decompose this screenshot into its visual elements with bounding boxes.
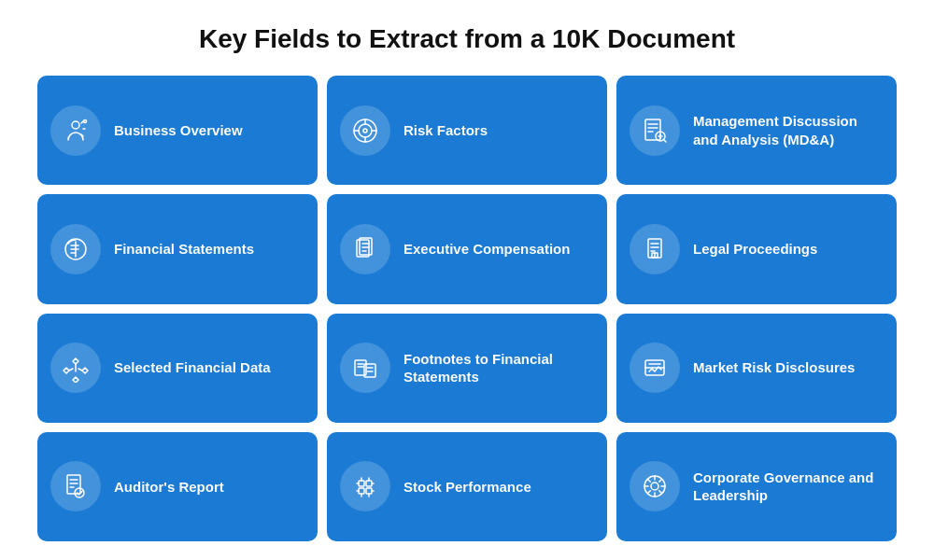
financial-statements-icon xyxy=(50,224,101,274)
selected-financial-data-icon xyxy=(50,343,101,393)
svg-rect-46 xyxy=(359,488,364,494)
svg-rect-9 xyxy=(645,119,660,140)
corporate-governance-icon xyxy=(630,461,680,511)
auditors-report-icon xyxy=(50,461,101,511)
svg-point-1 xyxy=(84,119,87,122)
svg-rect-45 xyxy=(366,481,372,486)
card-corporate-governance[interactable]: Corporate Governance and Leadership xyxy=(616,432,897,541)
svg-rect-47 xyxy=(366,488,372,494)
corporate-governance-label: Corporate Governance and Leadership xyxy=(693,469,884,505)
svg-point-4 xyxy=(363,129,367,133)
card-business-overview[interactable]: Business Overview xyxy=(37,76,318,185)
card-selected-financial-data[interactable]: Selected Financial Data xyxy=(37,314,318,423)
svg-line-28 xyxy=(69,369,73,371)
legal-proceedings-label: Legal Proceedings xyxy=(693,240,817,259)
card-footnotes[interactable]: Footnotes to Financial Statements xyxy=(327,314,607,423)
cards-grid: Business Overview Risk Factors xyxy=(37,76,897,541)
card-risk-factors[interactable]: Risk Factors xyxy=(327,76,607,185)
legal-proceedings-icon xyxy=(630,224,680,274)
page-title: Key Fields to Extract from a 10K Documen… xyxy=(199,22,735,55)
svg-point-0 xyxy=(72,121,79,129)
risk-factors-label: Risk Factors xyxy=(403,121,488,140)
footnotes-label: Footnotes to Financial Statements xyxy=(403,350,594,386)
risk-factors-icon xyxy=(340,105,390,156)
card-executive-compensation[interactable]: Executive Compensation xyxy=(327,194,607,303)
stock-performance-label: Stock Performance xyxy=(403,478,531,497)
market-risk-label: Market Risk Disclosures xyxy=(693,358,855,377)
business-overview-label: Business Overview xyxy=(114,121,243,140)
management-discussion-icon xyxy=(630,105,680,156)
svg-rect-44 xyxy=(359,481,364,486)
management-discussion-label: Management Discussion and Analysis (MD&A… xyxy=(693,112,884,148)
business-overview-icon xyxy=(50,105,101,156)
card-legal-proceedings[interactable]: Legal Proceedings xyxy=(616,194,897,303)
card-market-risk[interactable]: Market Risk Disclosures xyxy=(616,314,897,423)
executive-compensation-icon xyxy=(340,224,390,274)
svg-point-49 xyxy=(651,483,658,490)
card-financial-statements[interactable]: Financial Statements xyxy=(37,194,318,303)
card-stock-performance[interactable]: Stock Performance xyxy=(327,432,607,541)
svg-point-43 xyxy=(75,488,84,497)
financial-statements-label: Financial Statements xyxy=(114,240,254,259)
card-auditors-report[interactable]: Auditor's Report xyxy=(37,432,318,541)
executive-compensation-label: Executive Compensation xyxy=(403,240,570,259)
svg-rect-39 xyxy=(67,475,80,494)
selected-financial-data-label: Selected Financial Data xyxy=(114,358,271,377)
stock-performance-icon xyxy=(340,461,390,511)
svg-line-14 xyxy=(664,139,667,142)
svg-line-29 xyxy=(78,369,82,371)
auditors-report-label: Auditor's Report xyxy=(114,478,224,497)
market-risk-icon xyxy=(630,343,680,393)
card-management-discussion[interactable]: Management Discussion and Analysis (MD&A… xyxy=(616,76,897,185)
footnotes-icon xyxy=(340,343,390,393)
svg-point-3 xyxy=(359,124,372,137)
